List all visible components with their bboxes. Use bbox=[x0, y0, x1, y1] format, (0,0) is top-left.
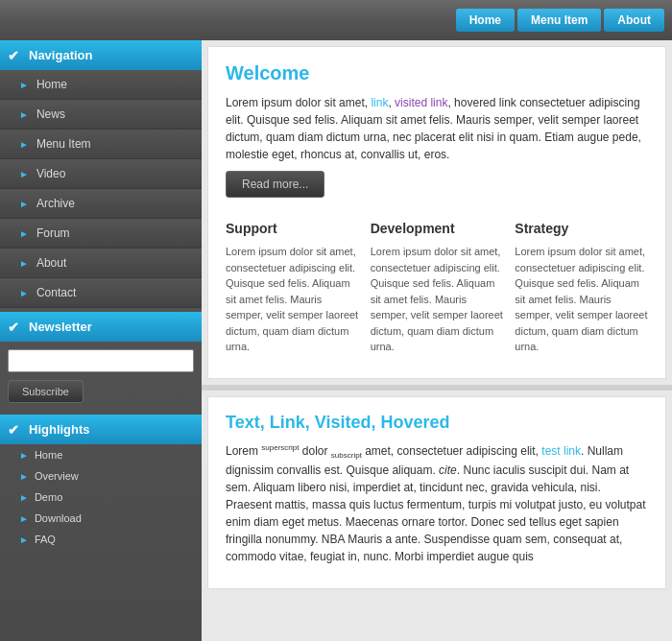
nav-menu-item[interactable]: ► Menu Item bbox=[0, 130, 202, 159]
nav-video-item[interactable]: ► Video bbox=[0, 159, 202, 189]
nav-forum-arrow-icon: ► bbox=[19, 228, 29, 239]
development-text: Lorem ipsum dolor sit amet, consectetuer… bbox=[371, 244, 504, 355]
check-icon: ✔ bbox=[8, 48, 19, 63]
read-more-button[interactable]: Read more... bbox=[226, 171, 324, 198]
hl-overview-arrow-icon: ► bbox=[19, 471, 29, 482]
highlights-home-item[interactable]: ► Home bbox=[0, 444, 202, 465]
strategy-text: Lorem ipsum dolor sit amet, consectetuer… bbox=[515, 244, 648, 355]
welcome-title: Welcome bbox=[226, 62, 648, 84]
main-layout: ✔ Navigation ► Home ► News ► Menu Item ►… bbox=[0, 40, 672, 641]
highlights-section: ✔ Highlights ► Home ► Overview ► Demo ► … bbox=[0, 415, 202, 550]
highlights-faq-item[interactable]: ► FAQ bbox=[0, 529, 202, 550]
newsletter-check-icon: ✔ bbox=[8, 320, 19, 335]
newsletter-section: ✔ Newsletter Subscribe bbox=[0, 312, 202, 411]
test-link[interactable]: test link bbox=[541, 444, 581, 458]
nav-forum-item[interactable]: ► Forum bbox=[0, 219, 202, 249]
nav-contact-item[interactable]: ► Contact bbox=[0, 278, 202, 308]
subscribe-button[interactable]: Subscribe bbox=[8, 380, 84, 403]
nav-menu-arrow-icon: ► bbox=[19, 139, 29, 150]
navigation-header: ✔ Navigation bbox=[0, 40, 202, 70]
hl-faq-arrow-icon: ► bbox=[19, 534, 29, 545]
superscript-text: superscript bbox=[261, 443, 299, 452]
nav-news-item[interactable]: ► News bbox=[0, 100, 202, 130]
text-link-title-suffix: , Visited, Hovered bbox=[305, 413, 450, 432]
top-about-button[interactable]: About bbox=[604, 9, 664, 32]
development-column: Development Lorem ipsum dolor sit amet, … bbox=[371, 221, 516, 363]
nav-archive-arrow-icon: ► bbox=[19, 199, 29, 209]
nav-news-arrow-icon: ► bbox=[19, 109, 29, 120]
newsletter-email-input[interactable] bbox=[8, 349, 194, 372]
welcome-link[interactable]: link bbox=[371, 96, 388, 109]
support-title: Support bbox=[226, 221, 359, 236]
text-link-title-link: Link bbox=[270, 413, 305, 432]
highlights-overview-item[interactable]: ► Overview bbox=[0, 465, 202, 487]
strategy-title: Strategy bbox=[515, 221, 648, 236]
nav-about-item[interactable]: ► About bbox=[0, 249, 202, 278]
nav-home-item[interactable]: ► Home bbox=[0, 70, 202, 100]
nav-home-arrow-icon: ► bbox=[19, 80, 29, 90]
text-link-title-prefix: Text, bbox=[226, 413, 270, 432]
nav-about-arrow-icon: ► bbox=[19, 258, 29, 269]
highlights-demo-item[interactable]: ► Demo bbox=[0, 487, 202, 508]
support-column: Support Lorem ipsum dolor sit amet, cons… bbox=[226, 221, 371, 363]
content-divider bbox=[202, 385, 672, 391]
top-home-button[interactable]: Home bbox=[456, 9, 515, 32]
italic-cite: cite bbox=[439, 463, 457, 477]
nav-video-arrow-icon: ► bbox=[19, 169, 29, 179]
strategy-column: Strategy Lorem ipsum dolor sit amet, con… bbox=[515, 221, 648, 363]
top-nav-bar: Home Menu Item About bbox=[0, 0, 672, 40]
content-area: Welcome Lorem ipsum dolor sit amet, link… bbox=[202, 40, 672, 641]
sidebar: ✔ Navigation ► Home ► News ► Menu Item ►… bbox=[0, 40, 202, 641]
support-text: Lorem ipsum dolor sit amet, consectetuer… bbox=[226, 244, 359, 355]
nav-contact-arrow-icon: ► bbox=[19, 288, 29, 298]
text-link-title: Text, Link, Visited, Hovered bbox=[226, 413, 648, 433]
top-menu-item-button[interactable]: Menu Item bbox=[517, 9, 601, 32]
three-column-section: Support Lorem ipsum dolor sit amet, cons… bbox=[226, 221, 648, 363]
hl-demo-arrow-icon: ► bbox=[19, 492, 29, 503]
welcome-block: Welcome Lorem ipsum dolor sit amet, link… bbox=[207, 46, 666, 379]
hl-home-arrow-icon: ► bbox=[19, 450, 29, 461]
newsletter-header: ✔ Newsletter bbox=[0, 312, 202, 342]
welcome-text: Lorem ipsum dolor sit amet, link, visite… bbox=[226, 94, 648, 163]
highlights-header: ✔ Highlights bbox=[0, 415, 202, 444]
highlights-check-icon: ✔ bbox=[8, 422, 19, 438]
subscript-text: subscript bbox=[331, 451, 362, 460]
welcome-visited-link[interactable]: visited link bbox=[395, 96, 447, 109]
text-link-body: Lorem superscript dolor subscript amet, … bbox=[226, 442, 648, 565]
development-title: Development bbox=[371, 221, 504, 236]
hl-download-arrow-icon: ► bbox=[19, 513, 29, 524]
nav-archive-item[interactable]: ► Archive bbox=[0, 189, 202, 219]
text-link-block: Text, Link, Visited, Hovered Lorem super… bbox=[207, 396, 666, 589]
highlights-download-item[interactable]: ► Download bbox=[0, 508, 202, 529]
